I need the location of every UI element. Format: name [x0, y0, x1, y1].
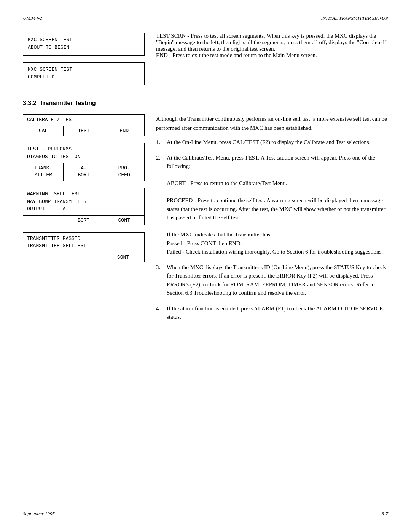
header-left: UM344-2: [23, 15, 42, 21]
tp-btn-trans: TRANS- MITTER: [23, 163, 64, 181]
tp-proceed-top: PRO-: [107, 165, 141, 172]
passed-text3: Failed - Check installation wiring thoro…: [167, 249, 383, 255]
section-heading: 3.3.2 Transmitter Testing: [23, 100, 388, 107]
list-text-4: If the alarm function is enabled, press …: [167, 304, 388, 321]
warning-bottom: BORT CONT: [23, 215, 144, 225]
tp-abort-top: A-: [67, 165, 100, 172]
list-item-4: 4. If the alarm function is enabled, pre…: [156, 304, 388, 321]
tb-spacer: [23, 252, 102, 262]
passed-text1: If the MXC indicates that the Transmitte…: [167, 232, 272, 238]
wb-cont-btn: CONT: [104, 216, 144, 225]
list-num-4: 4.: [156, 304, 167, 321]
right-col: Although the Transmitter continuously pe…: [152, 114, 388, 328]
footer-left: September 1995: [23, 511, 55, 517]
tp-btn-abort: A- BORT: [64, 163, 104, 181]
tp-trans-bot: MITTER: [26, 172, 60, 179]
list-text-2: At the Calibrate/Test Menu, press TEST. …: [167, 153, 388, 256]
left-col: CALIBRATE / TEST CAL TEST END TEST - PER…: [23, 114, 152, 328]
warning-box: WARNING! SELF TEST MAY BUMP TRANSMITTER …: [23, 188, 145, 225]
top-right-col: TEST SCRN - Press to test all screen seg…: [152, 33, 388, 92]
test-scrn-description: TEST SCRN - Press to test all screen seg…: [156, 33, 388, 52]
wb-abort-btn: BORT: [64, 216, 104, 225]
trans-line1: TRANSMITTER PASSED: [27, 235, 140, 243]
tp-btn-proceed: PRO- CEED: [104, 163, 144, 181]
test-performs-top: TEST - PERFORMS DIAGNOSTIC TEST ON: [23, 143, 144, 161]
list-item-2: 2. At the Calibrate/Test Menu, press TES…: [156, 153, 388, 256]
tp-line1: TEST - PERFORMS: [27, 145, 140, 153]
page-footer: September 1995 3-7: [23, 508, 388, 517]
list-item-1: 1. At the On-Line Menu, press CAL/TEST (…: [156, 138, 388, 147]
intro-paragraph: Although the Transmitter continuously pe…: [156, 114, 388, 133]
section-number: 3.3.2: [23, 100, 37, 106]
list-item-3: 3. When the MXC displays the Transmitter…: [156, 263, 388, 297]
numbered-list: 1. At the On-Line Menu, press CAL/TEST (…: [156, 138, 388, 321]
header-right: INITIAL TRANSMITTER SET-UP: [321, 15, 388, 21]
tp-line2: DIAGNOSTIC TEST ON: [27, 153, 140, 161]
list-text-3: When the MXC displays the Transmitter's …: [167, 263, 388, 297]
abort-text: ABORT - Press to return to the Calibrate…: [167, 180, 287, 186]
trans-top: TRANSMITTER PASSED TRANSMITTER SELFTEST: [23, 233, 144, 251]
screen-box-begin-line1: MXC SCREEN TEST: [28, 36, 140, 44]
screen-box-completed-line1: MXC SCREEN TEST: [28, 66, 140, 73]
trans-bottom: CONT: [23, 252, 144, 262]
test-performs-box: TEST - PERFORMS DIAGNOSTIC TEST ON TRANS…: [23, 143, 145, 181]
trans-line2: TRANSMITTER SELFTEST: [27, 242, 140, 250]
screen-box-completed-line2: COMPLETED: [28, 73, 140, 81]
main-content: CALIBRATE / TEST CAL TEST END TEST - PER…: [23, 114, 388, 328]
screen-box-completed: MXC SCREEN TEST COMPLETED: [23, 62, 145, 85]
warning-line2: MAY BUMP TRANSMITTER: [27, 198, 140, 206]
end-btn: END: [104, 126, 144, 136]
tb-cont-btn: CONT: [102, 252, 144, 262]
section-title: Transmitter Testing: [40, 100, 96, 106]
page-header: UM344-2 INITIAL TRANSMITTER SET-UP: [23, 15, 388, 21]
warning-line1: WARNING! SELF TEST: [27, 190, 140, 198]
passed-text2: Passed - Press CONT then END.: [167, 240, 242, 246]
top-area: MXC SCREEN TEST ABOUT TO BEGIN MXC SCREE…: [23, 33, 388, 92]
list-num-2: 2.: [156, 153, 167, 256]
screen-box-begin-line2: ABOUT TO BEGIN: [28, 44, 140, 51]
screen-box-begin: MXC SCREEN TEST ABOUT TO BEGIN: [23, 33, 145, 56]
footer-right: 3-7: [382, 511, 388, 517]
tp-proceed-bot: CEED: [107, 172, 141, 179]
trans-passed-box: TRANSMITTER PASSED TRANSMITTER SELFTEST …: [23, 232, 145, 262]
end-description: END - Press to exit the test mode and re…: [156, 52, 388, 59]
tp-trans-top: TRANS-: [26, 165, 60, 172]
test-btn: TEST: [64, 126, 104, 136]
list-num-3: 3.: [156, 263, 167, 297]
top-left-col: MXC SCREEN TEST ABOUT TO BEGIN MXC SCREE…: [23, 33, 152, 92]
wb-spacer: [23, 216, 64, 225]
cal-test-buttons: CAL TEST END: [23, 126, 144, 136]
proceed-text: PROCEED - Press to continue the self tes…: [167, 197, 385, 220]
list-text-1: At the On-Line Menu, press CAL/TEST (F2)…: [167, 138, 388, 147]
cal-btn: CAL: [23, 126, 64, 136]
list-num-1: 1.: [156, 138, 167, 147]
warning-top: WARNING! SELF TEST MAY BUMP TRANSMITTER …: [23, 188, 144, 214]
warning-line3: OUTPUT A-: [27, 205, 140, 213]
tp-abort-bot: BORT: [67, 172, 100, 179]
cal-test-title: CALIBRATE / TEST: [23, 115, 144, 124]
test-performs-bottom: TRANS- MITTER A- BORT PRO- CEED: [23, 163, 144, 181]
cal-test-box: CALIBRATE / TEST CAL TEST END: [23, 114, 145, 136]
